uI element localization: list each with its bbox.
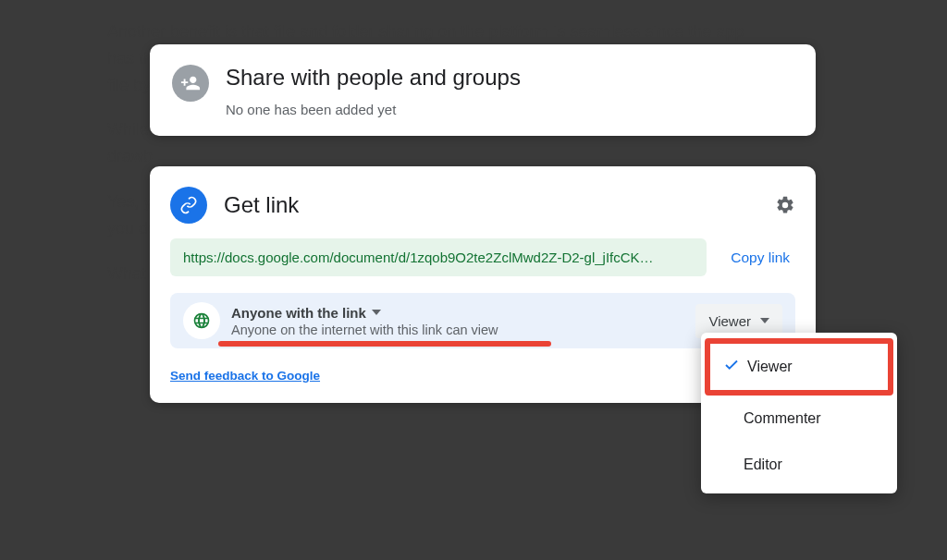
annotation-underline	[218, 341, 551, 347]
role-option-commenter[interactable]: Commenter	[701, 396, 897, 442]
role-option-viewer[interactable]: Viewer	[705, 338, 893, 396]
link-icon	[170, 187, 207, 224]
role-dropdown-menu: Viewer Commenter Editor	[701, 333, 897, 493]
share-url-box[interactable]: https://docs.google.com/document/d/1zqob…	[170, 238, 707, 276]
share-subtitle: No one has been added yet	[226, 102, 521, 117]
access-scope-dropdown[interactable]: Anyone with the link	[231, 305, 695, 321]
role-option-editor[interactable]: Editor	[701, 442, 897, 488]
copy-link-button[interactable]: Copy link	[725, 250, 795, 266]
globe-icon	[183, 302, 220, 339]
chevron-down-icon	[760, 316, 769, 325]
access-description: Anyone on the internet with this link ca…	[231, 323, 695, 337]
share-people-card: Share with people and groups No one has …	[150, 44, 816, 136]
gear-icon[interactable]	[775, 195, 795, 215]
chevron-down-icon	[372, 308, 381, 317]
get-link-title: Get link	[224, 192, 775, 218]
feedback-link[interactable]: Send feedback to Google	[170, 369, 320, 383]
check-icon	[723, 357, 740, 377]
share-title: Share with people and groups	[226, 65, 521, 91]
person-add-icon	[172, 65, 209, 102]
